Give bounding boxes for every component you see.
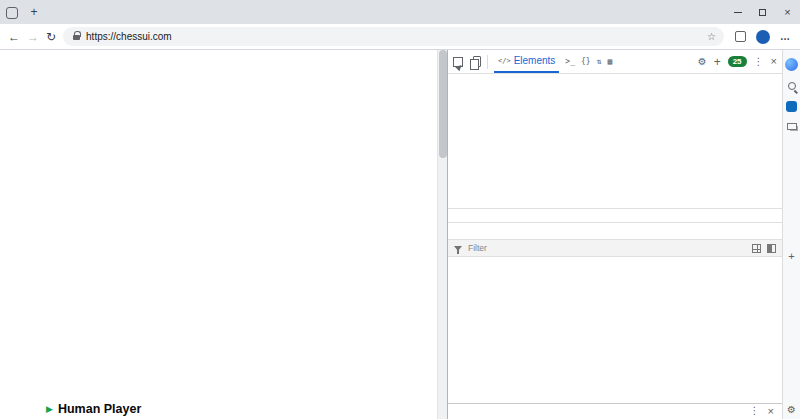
minimize-button[interactable] [725, 0, 750, 24]
network-tool-icon[interactable] [597, 57, 602, 66]
toolbar-actions [735, 30, 790, 44]
sidebar-settings-icon[interactable] [787, 405, 796, 415]
dom-tree [448, 74, 782, 208]
edge-sidebar [782, 50, 800, 419]
drawer-actions [750, 406, 774, 417]
styles-tab-bar [448, 222, 782, 240]
inspect-element-icon[interactable] [453, 57, 463, 67]
issues-count-badge[interactable]: 25 [728, 56, 747, 67]
new-tab-button[interactable] [25, 3, 43, 21]
close-devtools-icon[interactable] [771, 56, 777, 67]
window-controls [725, 0, 800, 24]
content-area: Human Player Elements 25 [0, 50, 800, 419]
profile-avatar[interactable] [756, 30, 770, 44]
computed-panel-icon[interactable] [767, 244, 776, 253]
page-scrollbar[interactable] [437, 50, 447, 419]
tab-elements[interactable]: Elements [494, 50, 559, 73]
browser-toolbar: ← → ↻ https://chessui.com [0, 24, 800, 50]
add-tools-icon[interactable] [714, 56, 721, 68]
grid-overlay-icon[interactable] [752, 244, 761, 253]
forward-button[interactable]: → [27, 30, 39, 44]
chess-page: Human Player [0, 50, 437, 419]
breadcrumb [448, 208, 782, 222]
console-drawer-bar [448, 403, 782, 419]
styles-rules-pane [448, 257, 782, 403]
drawer-menu-icon[interactable] [750, 406, 760, 417]
divider [487, 55, 488, 69]
outlook-icon[interactable] [786, 101, 797, 112]
styles-filter-bar: Filter [448, 240, 782, 257]
filter-funnel-icon [454, 246, 462, 251]
settings-gear-icon[interactable] [698, 57, 707, 67]
tab-actions-button[interactable] [6, 7, 18, 19]
collections-icon[interactable] [787, 123, 797, 130]
devtools-menu-icon[interactable] [754, 57, 764, 67]
elements-tab-label: Elements [514, 55, 556, 66]
scrollbar-thumb[interactable] [439, 50, 447, 158]
favorites-star-icon[interactable] [707, 31, 716, 42]
application-tool-icon[interactable] [607, 57, 612, 66]
sources-tool-icon[interactable] [581, 57, 591, 66]
copilot-icon[interactable] [785, 58, 798, 71]
maximize-button[interactable] [750, 0, 775, 24]
url-text[interactable]: https://chessui.com [86, 31, 172, 42]
devtools-toolbar-right: 25 [698, 56, 777, 68]
devtools-toolbar: Elements 25 [448, 50, 782, 74]
player-row: Human Player [46, 402, 141, 416]
elements-tab-icon [498, 57, 511, 65]
address-bar[interactable]: https://chessui.com [63, 27, 724, 46]
console-tool-icon[interactable] [565, 57, 575, 66]
refresh-button[interactable]: ↻ [46, 30, 56, 44]
search-icon[interactable] [788, 82, 796, 90]
drawer-close-icon[interactable] [768, 406, 774, 417]
chess-board[interactable] [56, 57, 424, 393]
devtools-panel: Elements 25 Filter [447, 50, 782, 419]
filter-input[interactable]: Filter [468, 243, 740, 253]
device-toolbar-icon[interactable] [473, 56, 481, 67]
turn-indicator-icon [46, 404, 53, 414]
add-sidebar-item-icon[interactable] [788, 251, 794, 262]
back-button[interactable]: ← [8, 30, 20, 44]
extensions-icon[interactable] [735, 31, 746, 42]
close-window-button[interactable] [775, 0, 800, 24]
player-label: Human Player [58, 402, 141, 416]
tab-bar [0, 0, 800, 24]
lock-icon [73, 35, 80, 40]
browser-menu-icon[interactable] [780, 31, 790, 42]
